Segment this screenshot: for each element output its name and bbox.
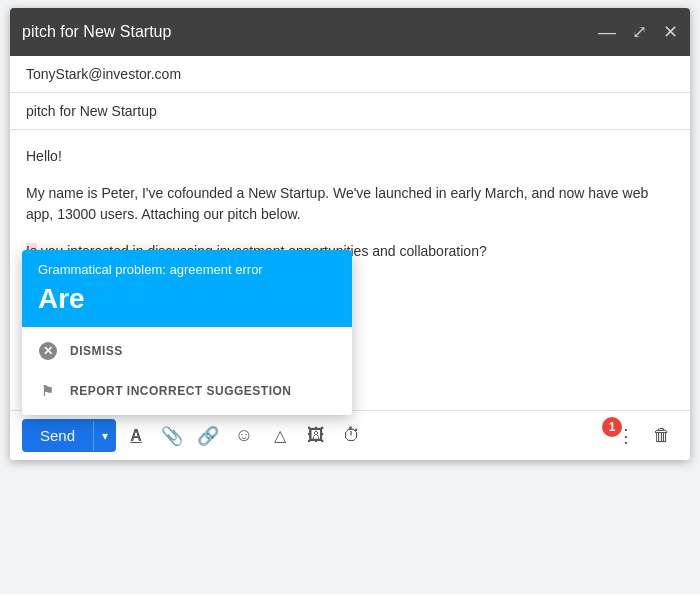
window-title: pitch for New Startup	[22, 23, 171, 41]
emoji-icon: ☺	[235, 425, 253, 446]
suggestion-popup: Grammatical problem: agreement error Are…	[22, 250, 352, 415]
send-dropdown-chevron[interactable]: ▾	[93, 421, 116, 451]
insert-photo-button[interactable]: 🖼	[300, 420, 332, 452]
dismiss-circle-icon: ✕	[39, 342, 57, 360]
insert-link-button[interactable]: 🔗	[192, 420, 224, 452]
dismiss-action[interactable]: ✕ DISMISS	[22, 331, 352, 371]
compose-toolbar: Send ▾ A 📎 🔗 ☺ △ 🖼 ⏱	[10, 410, 690, 460]
delete-button[interactable]: 🗑	[646, 420, 678, 452]
flag-icon-wrapper: ⚑	[38, 381, 58, 401]
notification-badge: 1	[602, 417, 622, 437]
email-content-area[interactable]: Hello! My name is Peter, I've cofounded …	[10, 130, 690, 410]
insert-emoji-button[interactable]: ☺	[228, 420, 260, 452]
send-label: Send	[22, 419, 93, 452]
suggestion-word[interactable]: Are	[38, 283, 336, 315]
dismiss-icon-wrapper: ✕	[38, 341, 58, 361]
compose-window: pitch for New Startup — ⤢ ✕ TonyStark@in…	[10, 8, 690, 460]
report-action[interactable]: ⚑ REPORT INCORRECT SUGGESTION	[22, 371, 352, 411]
attach-icon: 📎	[161, 425, 183, 447]
drive-icon: △	[274, 426, 286, 445]
badge-count: 1	[609, 420, 616, 434]
schedule-icon: ⏱	[343, 425, 361, 446]
dismiss-label: DISMISS	[70, 344, 123, 358]
format-text-button[interactable]: A	[120, 420, 152, 452]
link-icon: 🔗	[197, 425, 219, 447]
window-controls: — ⤢ ✕	[598, 21, 678, 43]
format-text-icon: A	[130, 427, 142, 445]
schedule-send-button[interactable]: ⏱	[336, 420, 368, 452]
delete-icon: 🗑	[653, 425, 671, 446]
report-label: REPORT INCORRECT SUGGESTION	[70, 384, 292, 398]
close-button[interactable]: ✕	[663, 21, 678, 43]
to-value: TonyStark@investor.com	[26, 66, 181, 82]
titlebar: pitch for New Startup — ⤢ ✕	[10, 8, 690, 56]
subject-value: pitch for New Startup	[26, 103, 157, 119]
send-button[interactable]: Send ▾	[22, 419, 116, 452]
suggestion-actions: ✕ DISMISS ⚑ REPORT INCORRECT SUGGESTION	[22, 327, 352, 415]
attach-file-button[interactable]: 📎	[156, 420, 188, 452]
photo-icon: 🖼	[307, 425, 325, 446]
compose-body: TonyStark@investor.com pitch for New Sta…	[10, 56, 690, 460]
minimize-button[interactable]: —	[598, 22, 616, 43]
to-field-row[interactable]: TonyStark@investor.com	[10, 56, 690, 93]
insert-drive-button[interactable]: △	[264, 420, 296, 452]
maximize-button[interactable]: ⤢	[632, 21, 647, 43]
body-paragraph: My name is Peter, I've cofounded a New S…	[26, 183, 674, 225]
problem-label: Grammatical problem: agreement error	[38, 262, 336, 277]
subject-field-row[interactable]: pitch for New Startup	[10, 93, 690, 130]
suggestion-header: Grammatical problem: agreement error Are	[22, 250, 352, 327]
flag-icon: ⚑	[41, 383, 55, 399]
greeting-line: Hello!	[26, 146, 674, 167]
